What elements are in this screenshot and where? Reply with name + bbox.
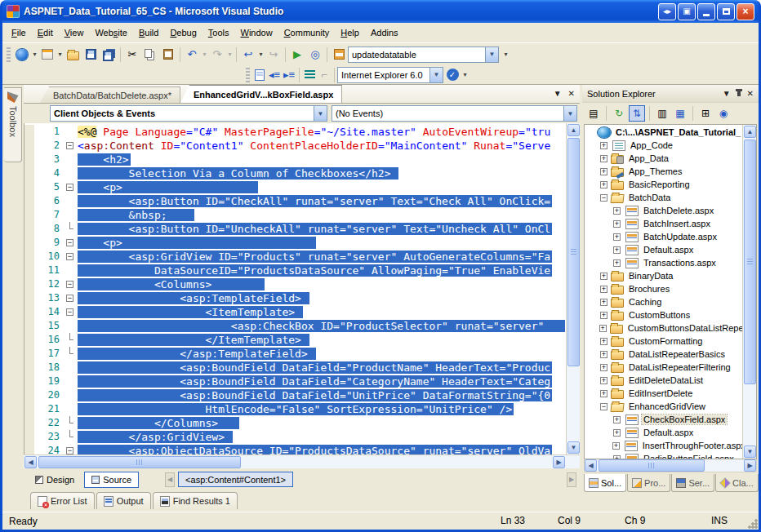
tree-item-c-aspnet-data-tutorial-[interactable]: C:\...\ASPNET_Data_Tutorial_ <box>585 126 743 139</box>
copy-button[interactable] <box>141 47 159 63</box>
code-line[interactable]: 15 <asp:CheckBox ID="ProductSelector" ru… <box>24 319 566 333</box>
tree-item-enhancedgridview[interactable]: −EnhancedGridView <box>585 400 743 413</box>
menu-file[interactable]: File <box>6 25 32 40</box>
minimize-button[interactable] <box>697 3 715 20</box>
menu-debug[interactable]: Debug <box>164 25 202 40</box>
target-browser-combo[interactable]: Internet Explorer 6.0 ▼ <box>337 67 443 83</box>
scroll-up-button[interactable]: ▲ <box>567 124 580 136</box>
tree-expand-toggle[interactable]: + <box>613 455 621 459</box>
target-browser-arrow[interactable]: ▼ <box>429 68 443 82</box>
tree-item-batchupdate-aspx[interactable]: +BatchUpdate.aspx <box>585 230 743 243</box>
code-line[interactable]: 8 <asp:Button ID="UncheckAll" runat="ser… <box>24 222 566 236</box>
scroll-down-button[interactable]: ▼ <box>567 441 580 454</box>
fold-margin[interactable] <box>65 430 78 444</box>
tree-item-brochures[interactable]: +Brochures <box>585 282 743 295</box>
fold-margin[interactable] <box>65 222 78 236</box>
fold-margin[interactable] <box>65 194 78 208</box>
add-new-item-dropdown[interactable]: ▾ <box>56 51 64 58</box>
fold-margin[interactable] <box>65 125 78 139</box>
tree-item-datalistrepeaterbasics[interactable]: +DataListRepeaterBasics <box>585 348 743 361</box>
solution-explorer-titlebar[interactable]: Solution Explorer ▼ ✕ <box>582 85 759 103</box>
tree-item-customformatting[interactable]: +CustomFormatting <box>585 335 743 348</box>
fold-margin[interactable] <box>65 375 78 388</box>
tree-expand-toggle[interactable]: + <box>599 325 607 332</box>
code-line[interactable]: 7 &nbsp; <box>24 208 566 222</box>
tree-item-default-aspx[interactable]: +Default.aspx <box>585 426 743 439</box>
fold-margin[interactable] <box>65 333 78 347</box>
tree-item-transactions-aspx[interactable]: +Transactions.aspx <box>585 256 743 269</box>
object-dropdown-value[interactable]: Client Objects & Events <box>51 109 314 118</box>
scroll-right-button[interactable]: ▶ <box>553 456 565 468</box>
tree-expand-toggle[interactable]: + <box>600 377 607 384</box>
tree-expand-toggle[interactable]: + <box>613 259 621 267</box>
tag-navigator-chip[interactable]: <asp:Content#Content1> <box>178 472 293 487</box>
menu-tools[interactable]: Tools <box>202 25 235 40</box>
find-combo[interactable]: updatedatatable ▼ <box>348 47 499 63</box>
object-dropdown[interactable]: Client Objects & Events ▼ <box>50 105 327 122</box>
tree-item-insertthroughfooter-aspx[interactable]: +InsertThroughFooter.aspx <box>585 439 743 452</box>
save-button[interactable] <box>82 47 100 63</box>
nest-related-files-button[interactable]: ⇅ <box>629 105 645 122</box>
tree-expand-toggle[interactable]: + <box>612 442 620 450</box>
fold-margin[interactable]: − <box>65 139 78 153</box>
fold-margin[interactable]: − <box>65 250 78 264</box>
tree-item-checkboxfield-aspx[interactable]: +CheckBoxField.aspx <box>585 413 743 426</box>
code-line[interactable]: 14− <ItemTemplate> <box>24 305 566 319</box>
tree-expand-toggle[interactable]: + <box>600 286 607 293</box>
event-dropdown-arrow[interactable]: ▼ <box>563 106 576 121</box>
open-file-button[interactable] <box>64 47 82 63</box>
view-designer-button[interactable]: ▦ <box>672 105 688 122</box>
panel-tab-error-list[interactable]: Error List <box>30 492 95 509</box>
tree-item-binarydata[interactable]: +BinaryData <box>585 269 743 282</box>
add-new-item-button[interactable] <box>38 47 56 63</box>
title-bar[interactable]: ASPNET_Data_Tutorial_65_CS - Microsoft V… <box>2 0 759 23</box>
menu-community[interactable]: Community <box>278 25 336 40</box>
fold-collapse-box[interactable]: − <box>66 281 73 288</box>
tree-scroll-thumb[interactable] <box>744 140 756 384</box>
tree-item-editinsertdelete[interactable]: +EditInsertDelete <box>585 387 743 400</box>
tree-item-caching[interactable]: +Caching <box>585 295 743 308</box>
code-line[interactable]: 2−<asp:Content ID="Content1" ContentPlac… <box>24 139 566 153</box>
code-line[interactable]: 10− <asp:GridView ID="Products" runat="s… <box>24 250 566 264</box>
tree-item-editdeletedatalist[interactable]: +EditDeleteDataList <box>585 374 743 387</box>
tree-scroll-right[interactable]: ▶ <box>744 459 756 472</box>
document-outline-button[interactable] <box>252 67 267 83</box>
tab-checkboxfield[interactable]: EnhancedGridV...kBoxField.aspx <box>180 85 342 103</box>
cut-button[interactable]: ✂ <box>123 47 141 63</box>
menu-website[interactable]: Website <box>89 25 133 40</box>
object-dropdown-arrow[interactable]: ▼ <box>314 106 327 121</box>
save-all-button[interactable] <box>100 47 118 63</box>
fold-margin[interactable] <box>65 264 78 277</box>
tree-expand-toggle[interactable]: + <box>600 351 607 358</box>
code-line[interactable]: 23 </asp:GridView> <box>24 430 566 444</box>
tree-expand-toggle[interactable]: + <box>600 168 607 175</box>
target-browser-value[interactable]: Internet Explorer 6.0 <box>338 70 429 80</box>
paste-button[interactable] <box>159 47 177 63</box>
fold-margin[interactable] <box>65 153 78 166</box>
code-line[interactable]: 24− <asp:ObjectDataSource ID="ProductsDa… <box>24 444 566 454</box>
redo-button[interactable]: ↷ <box>208 47 226 63</box>
fold-margin[interactable]: − <box>65 291 78 305</box>
fold-margin[interactable]: − <box>65 277 78 291</box>
solution-explorer-close-button[interactable]: ✕ <box>747 89 754 98</box>
tree-item-basicreporting[interactable]: +BasicReporting <box>585 178 743 191</box>
code-line[interactable]: 4 Selection Via a Column of Checkboxes</… <box>24 166 566 180</box>
tree-scroll-left[interactable]: ◀ <box>585 459 597 472</box>
fold-margin[interactable] <box>65 319 78 333</box>
undo-dropdown[interactable]: ▾ <box>201 51 208 58</box>
tag-navigator-left-arrow[interactable]: ◀ <box>165 472 175 487</box>
tree-item-batchdelete-aspx[interactable]: +BatchDelete.aspx <box>585 204 743 217</box>
aspnet-configuration-button[interactable]: ◉ <box>715 105 732 122</box>
new-website-dropdown[interactable]: ▾ <box>31 51 38 58</box>
start-debugging-button[interactable]: ▶ <box>288 47 306 63</box>
horizontal-scroll-thumb[interactable] <box>38 456 241 468</box>
maximize-button[interactable] <box>717 3 735 20</box>
fold-collapse-box[interactable]: − <box>66 184 73 191</box>
fold-collapse-box[interactable]: − <box>66 142 73 149</box>
tool-tab-sol[interactable]: Sol... <box>584 474 626 492</box>
fold-margin[interactable]: − <box>65 180 78 194</box>
fold-collapse-box[interactable]: − <box>66 308 73 316</box>
tree-expand-toggle[interactable]: + <box>613 220 621 228</box>
format-document-button[interactable] <box>302 67 317 83</box>
tree-expand-toggle[interactable]: − <box>600 194 607 202</box>
